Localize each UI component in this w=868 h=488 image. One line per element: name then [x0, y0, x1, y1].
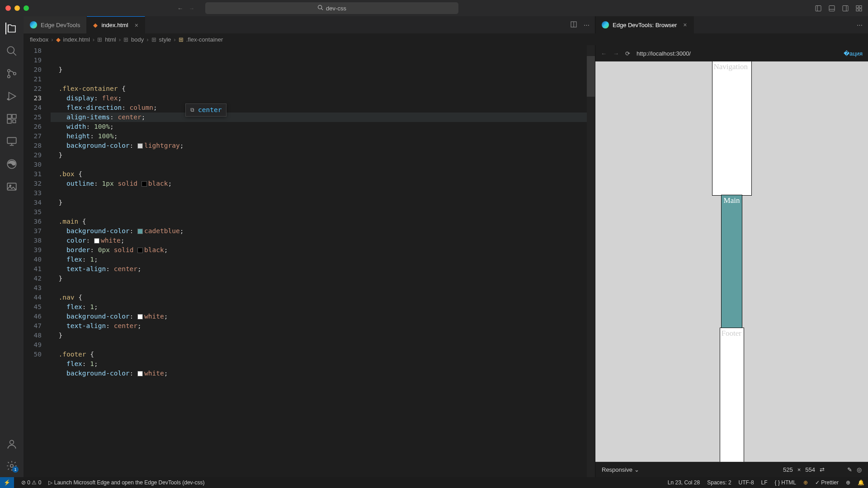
- search-icon: [317, 5, 323, 12]
- preview-nav-box: Navigation: [712, 61, 751, 195]
- svg-rect-21: [13, 120, 15, 123]
- suggestion-label[interactable]: center: [198, 105, 222, 115]
- edge-icon: [602, 21, 609, 28]
- preview-main-box: Main: [722, 195, 742, 328]
- svg-point-28: [10, 440, 14, 444]
- svg-rect-4: [829, 5, 835, 11]
- account-icon[interactable]: [6, 438, 18, 450]
- inspect-icon[interactable]: �ация: [844, 50, 863, 57]
- launch-hint[interactable]: ▷ Launch Microsoft Edge and open the Edg…: [48, 479, 204, 486]
- browser-back-icon[interactable]: ←: [601, 50, 607, 57]
- minimize-window-button[interactable]: [14, 5, 20, 11]
- svg-point-17: [7, 99, 8, 99]
- url-bar[interactable]: http://localhost:3000/: [637, 50, 837, 57]
- svg-point-15: [8, 75, 10, 78]
- close-tab-icon[interactable]: ×: [683, 21, 687, 28]
- minimap-thumb[interactable]: [587, 56, 595, 97]
- crumb[interactable]: flexbox: [30, 36, 48, 43]
- split-editor-icon[interactable]: [570, 21, 577, 29]
- crumb[interactable]: body: [131, 36, 144, 43]
- svg-rect-18: [7, 114, 11, 118]
- nav-forward-icon[interactable]: →: [189, 5, 194, 12]
- minimap[interactable]: [587, 45, 595, 477]
- svg-point-12: [7, 47, 14, 53]
- run-debug-icon[interactable]: [6, 90, 18, 102]
- viewport-width[interactable]: 525: [783, 466, 793, 473]
- nav-back-icon[interactable]: ←: [177, 5, 183, 12]
- tab-label: Edge DevTools: Browser: [613, 22, 677, 28]
- code-editor[interactable]: 1819202122232425262728293031323334353637…: [24, 45, 595, 477]
- remote-indicator[interactable]: ⚡: [0, 477, 14, 488]
- layout-left-icon[interactable]: [815, 4, 822, 13]
- preview-footer-box: Footer: [720, 328, 744, 462]
- device-selector[interactable]: Responsive ⌄: [602, 466, 639, 473]
- close-window-button[interactable]: [5, 5, 11, 11]
- browser-viewport[interactable]: Navigation Main Footer: [595, 61, 868, 462]
- svg-rect-22: [7, 137, 16, 143]
- prettier-status[interactable]: ✓ Prettier: [815, 479, 839, 486]
- crumb[interactable]: index.html: [63, 36, 90, 43]
- svg-rect-20: [7, 119, 11, 123]
- settings-icon[interactable]: 1: [6, 460, 18, 472]
- layout-right-icon[interactable]: [842, 4, 849, 13]
- svg-rect-9: [859, 5, 862, 8]
- viewport-height[interactable]: 554: [805, 466, 815, 473]
- svg-rect-2: [816, 5, 821, 11]
- source-control-icon[interactable]: [6, 68, 18, 80]
- svg-rect-19: [12, 114, 16, 118]
- settings-badge: 1: [12, 466, 19, 473]
- activity-bar: 1: [0, 16, 24, 477]
- problems-indicator[interactable]: ⊘ 0 ⚠ 0: [21, 479, 41, 486]
- tab-edge-devtools[interactable]: Edge DevTools: [24, 16, 87, 33]
- svg-point-0: [318, 5, 322, 9]
- feedback-icon[interactable]: ⊕: [846, 479, 850, 486]
- layout-bottom-icon[interactable]: [828, 4, 835, 13]
- dimensions-separator: ×: [797, 466, 801, 473]
- command-center[interactable]: dev-css: [205, 2, 458, 14]
- autocomplete-popup[interactable]: ⧉ center: [185, 103, 226, 117]
- crumb[interactable]: .flex-container: [186, 36, 223, 43]
- explorer-icon[interactable]: [5, 23, 17, 34]
- svg-rect-6: [843, 5, 848, 11]
- titlebar: ← → dev-css: [0, 0, 868, 16]
- go-live-icon[interactable]: ⊕: [803, 479, 808, 486]
- code-content[interactable]: } .flex-container { display: flex; flex-…: [51, 45, 595, 477]
- browser-toolbar: ← → ⟳ http://localhost:3000/ �ация: [595, 45, 868, 61]
- tab-edge-devtools-browser[interactable]: Edge DevTools: Browser ×: [595, 16, 694, 33]
- suggestion-icon: ⧉: [190, 105, 194, 115]
- crumb[interactable]: style: [159, 36, 171, 43]
- rotate-icon[interactable]: ⇄: [820, 466, 825, 473]
- maximize-window-button[interactable]: [24, 5, 29, 11]
- search-icon[interactable]: [6, 45, 18, 57]
- target-icon[interactable]: ◎: [857, 466, 862, 473]
- breadcrumb[interactable]: flexbox ◆index.html ⊞html ⊞body ⊞style ⊞…: [24, 33, 868, 45]
- more-actions-icon[interactable]: ⋯: [857, 22, 863, 28]
- indentation[interactable]: Spaces: 2: [707, 479, 731, 486]
- eol[interactable]: LF: [761, 479, 768, 486]
- language-mode[interactable]: { } HTML: [775, 479, 796, 486]
- close-tab-icon[interactable]: ×: [135, 22, 138, 29]
- bell-icon[interactable]: 🔔: [858, 479, 864, 486]
- more-actions-icon[interactable]: ⋯: [584, 22, 590, 28]
- eyedropper-icon[interactable]: ✎: [847, 466, 852, 473]
- status-bar: ⚡ ⊘ 0 ⚠ 0 ▷ Launch Microsoft Edge and op…: [0, 477, 868, 488]
- tab-label: Edge DevTools: [41, 22, 80, 28]
- html-file-icon: ◆: [93, 22, 98, 28]
- remote-explorer-icon[interactable]: [6, 136, 18, 147]
- tab-index-html[interactable]: ◆ index.html ×: [87, 16, 145, 33]
- svg-line-13: [13, 52, 16, 56]
- line-gutter: 1819202122232425262728293031323334353637…: [24, 45, 51, 477]
- encoding[interactable]: UTF-8: [739, 479, 754, 486]
- browser-forward-icon[interactable]: →: [613, 50, 619, 57]
- extensions-icon[interactable]: [6, 113, 18, 125]
- svg-rect-8: [856, 5, 859, 8]
- browser-preview-pane: ← → ⟳ http://localhost:3000/ �ация Navig…: [595, 45, 868, 477]
- image-icon[interactable]: [6, 181, 18, 192]
- crumb[interactable]: html: [105, 36, 116, 43]
- browser-reload-icon[interactable]: ⟳: [625, 50, 630, 57]
- search-text: dev-css: [326, 5, 346, 12]
- cursor-position[interactable]: Ln 23, Col 28: [668, 479, 700, 486]
- tab-label: index.html: [101, 22, 128, 28]
- layout-grid-icon[interactable]: [855, 4, 863, 13]
- edge-devtools-icon[interactable]: [6, 158, 18, 170]
